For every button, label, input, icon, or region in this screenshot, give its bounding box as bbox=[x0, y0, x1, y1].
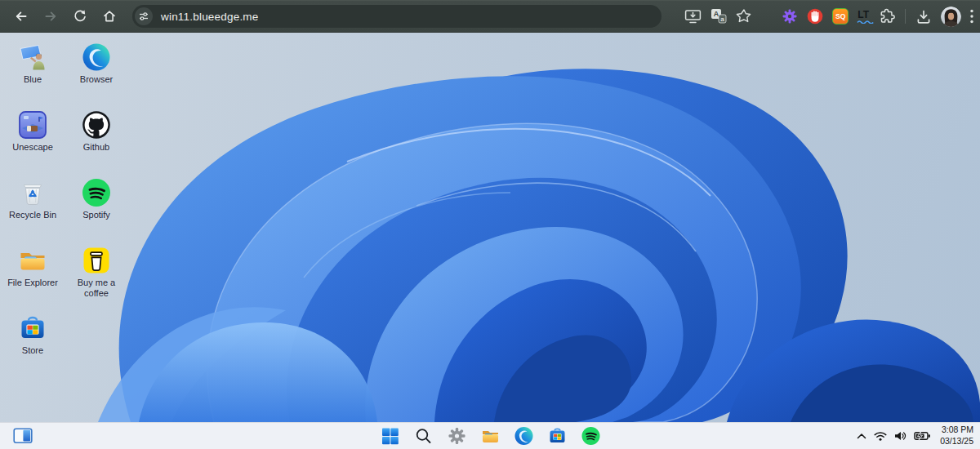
browser-menu-button[interactable] bbox=[970, 9, 973, 24]
desktop-icon-label: Buy me a coffee bbox=[65, 278, 127, 298]
taskbar-store-button[interactable] bbox=[546, 425, 568, 447]
forward-arrow-icon bbox=[43, 9, 58, 24]
site-settings-tune-icon bbox=[138, 11, 149, 22]
desktop-icon-buy-me-a-coffee[interactable]: Buy me a coffee bbox=[65, 242, 127, 309]
edge-browser-icon bbox=[81, 42, 112, 73]
windows-11-bloom-wallpaper bbox=[0, 33, 980, 422]
settings-button[interactable] bbox=[446, 425, 468, 447]
puzzle-icon bbox=[878, 8, 895, 25]
kebab-menu-icon bbox=[970, 9, 973, 24]
desktop-icon-label: Github bbox=[83, 142, 109, 153]
unescape-game-icon bbox=[17, 109, 48, 140]
download-icon bbox=[915, 9, 932, 24]
search-button[interactable] bbox=[412, 425, 434, 447]
widgets-icon bbox=[13, 428, 33, 444]
send-to-device-icon bbox=[684, 9, 702, 24]
microsoft-store-icon bbox=[17, 313, 48, 344]
hand-blocker-extension-button[interactable] bbox=[807, 8, 823, 24]
back-button[interactable] bbox=[8, 3, 34, 29]
url-text: win11.blueedge.me bbox=[161, 11, 258, 23]
spotify-icon bbox=[581, 426, 600, 446]
purple-gear-extension-button[interactable] bbox=[782, 8, 798, 24]
taskbar-clock[interactable]: 3:08 PM 03/13/25 bbox=[940, 425, 973, 447]
star-icon bbox=[736, 8, 752, 24]
desktop-icon-github[interactable]: Github bbox=[65, 107, 127, 174]
address-bar[interactable]: win11.blueedge.me bbox=[132, 5, 662, 28]
desktop-icon-grid: Blue Browser bbox=[2, 39, 127, 377]
reload-icon bbox=[73, 9, 87, 24]
windows-start-icon bbox=[380, 426, 399, 446]
desktop-icon-unescape[interactable]: Unescape bbox=[2, 107, 64, 174]
desktop-icon-label: Unescape bbox=[12, 142, 53, 153]
taskbar-edge-button[interactable] bbox=[513, 425, 535, 447]
desktop-icon-label: Browser bbox=[80, 74, 113, 85]
battery-charging-icon bbox=[914, 431, 931, 441]
languagetool-extension-icon[interactable]: LT bbox=[858, 10, 869, 23]
desktop-icon-spotify[interactable]: Spotify bbox=[65, 175, 127, 242]
home-button[interactable] bbox=[96, 3, 122, 29]
blue-app-icon bbox=[17, 42, 48, 73]
reload-button[interactable] bbox=[67, 3, 93, 29]
desktop-icon-store[interactable]: Store bbox=[2, 310, 64, 377]
svg-text:a: a bbox=[720, 16, 724, 23]
avatar-photo bbox=[941, 7, 961, 27]
system-tray: 3:08 PM 03/13/25 bbox=[857, 423, 973, 449]
clock-time: 3:08 PM bbox=[940, 425, 973, 436]
start-button[interactable] bbox=[379, 425, 401, 447]
desktop-icon-label: Spotify bbox=[82, 210, 110, 220]
site-settings-chip[interactable] bbox=[135, 7, 153, 25]
purple-gear-extension-icon bbox=[782, 8, 798, 24]
send-to-device-button[interactable] bbox=[684, 9, 702, 24]
clock-date: 03/13/25 bbox=[940, 436, 973, 447]
hand-blocker-extension-icon bbox=[807, 8, 823, 24]
toolbar-separator bbox=[905, 9, 906, 24]
desktop-icon-browser[interactable]: Browser bbox=[65, 39, 127, 106]
back-arrow-icon bbox=[14, 9, 29, 24]
folder-icon bbox=[480, 426, 500, 446]
desktop-icon-label: Recycle Bin bbox=[9, 210, 56, 220]
edge-icon bbox=[514, 426, 533, 446]
recycle-bin-icon bbox=[17, 177, 48, 208]
taskbar-center bbox=[379, 423, 602, 449]
sq-extension-icon[interactable]: SQ bbox=[832, 8, 849, 24]
wavy-underline bbox=[857, 20, 875, 24]
desktop-icon-file-explorer[interactable]: File Explorer bbox=[2, 242, 64, 309]
file-explorer-icon bbox=[17, 245, 48, 276]
screen: win11.blueedge.me A a bbox=[0, 0, 980, 449]
buy-me-a-coffee-icon bbox=[81, 245, 112, 276]
desktop-icon-recycle-bin[interactable]: Recycle Bin bbox=[2, 175, 64, 242]
downloads-button[interactable] bbox=[915, 9, 932, 24]
volume-icon bbox=[894, 431, 906, 441]
desktop-icon-label: Blue bbox=[24, 74, 42, 85]
desktop-icon-blue[interactable]: Blue bbox=[2, 39, 64, 106]
gear-icon bbox=[447, 426, 466, 446]
bookmark-button[interactable] bbox=[736, 8, 752, 24]
volume-indicator[interactable] bbox=[894, 431, 906, 441]
toolbar-right-cluster: A a bbox=[684, 7, 973, 27]
desktop-icon-label: File Explorer bbox=[7, 278, 58, 288]
widgets-button[interactable] bbox=[11, 425, 33, 447]
search-icon bbox=[413, 426, 433, 446]
battery-indicator[interactable] bbox=[914, 431, 931, 441]
forward-button[interactable] bbox=[38, 3, 64, 29]
translate-button[interactable]: A a bbox=[710, 8, 727, 24]
taskbar: 3:08 PM 03/13/25 bbox=[0, 422, 980, 449]
wifi-indicator[interactable] bbox=[874, 431, 887, 441]
microsoft-store-icon bbox=[547, 426, 567, 446]
tray-chevron-button[interactable] bbox=[857, 433, 866, 439]
profile-avatar[interactable] bbox=[941, 7, 961, 27]
wifi-icon bbox=[874, 431, 887, 441]
chevron-up-icon bbox=[857, 433, 866, 439]
desktop-icon-label: Store bbox=[22, 345, 43, 356]
desktop: Blue Browser bbox=[0, 33, 980, 422]
extensions-button[interactable] bbox=[878, 8, 895, 25]
translate-icon: A a bbox=[710, 8, 727, 24]
browser-toolbar: win11.blueedge.me A a bbox=[0, 0, 980, 33]
github-icon bbox=[81, 109, 112, 140]
taskbar-spotify-button[interactable] bbox=[580, 425, 602, 447]
home-icon bbox=[102, 9, 117, 24]
spotify-icon bbox=[81, 177, 112, 208]
taskbar-file-explorer-button[interactable] bbox=[479, 425, 501, 447]
